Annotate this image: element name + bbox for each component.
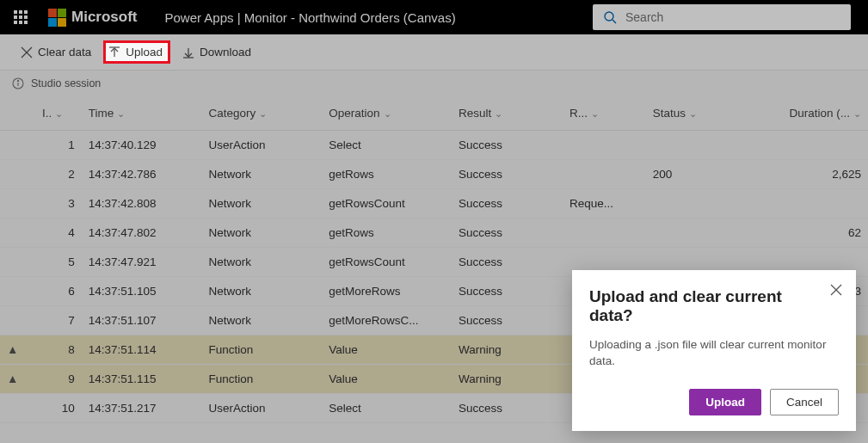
warning-icon (0, 394, 35, 423)
cell-id: 2 (35, 160, 82, 189)
col-result[interactable]: Result⌄ (452, 96, 563, 131)
table-row[interactable]: 414:37:47.802NetworkgetRowsSuccess62 (0, 218, 868, 248)
cell-result: Success (452, 160, 563, 189)
chevron-down-icon: ⌄ (384, 108, 391, 119)
cell-status: 200 (646, 160, 757, 189)
cell-id: 5 (35, 248, 82, 277)
dialog-close-button[interactable] (830, 284, 842, 299)
svg-point-10 (17, 80, 18, 81)
brand-text: Microsoft (71, 9, 138, 26)
download-label: Download (200, 46, 251, 58)
cell-id: 3 (35, 189, 82, 218)
svg-point-0 (605, 12, 613, 21)
table-row[interactable]: 114:37:40.129UserActionSelectSuccess (0, 131, 868, 160)
page-title: Power Apps | Monitor - Northwind Orders … (165, 10, 456, 25)
dialog-title: Upload and clear current data? (589, 287, 839, 325)
microsoft-logo: Microsoft (48, 9, 138, 27)
cell-status (646, 131, 757, 160)
cell-operation: Select (322, 394, 452, 423)
cell-category: Network (201, 189, 322, 218)
cell-time: 14:37:51.217 (82, 394, 202, 423)
col-duration[interactable]: Duration (...⌄ (757, 96, 868, 131)
col-id[interactable]: I..⌄ (35, 96, 82, 131)
table-header: I..⌄ Time⌄ Category⌄ Operation⌄ Result⌄ … (0, 96, 868, 131)
cell-category: Function (201, 335, 322, 365)
warning-icon (0, 160, 35, 189)
warning-icon: ▲ (0, 365, 35, 394)
cell-operation: Value (322, 365, 452, 394)
cell-time: 14:37:42.808 (82, 189, 202, 218)
upload-button[interactable]: Upload (103, 40, 170, 64)
warning-icon (0, 131, 35, 160)
chevron-down-icon: ⌄ (55, 108, 63, 119)
dialog-cancel-button[interactable]: Cancel (770, 389, 839, 415)
cell-operation: Select (322, 131, 452, 160)
cell-r: Reque... (563, 189, 646, 218)
cell-result: Success (452, 189, 563, 218)
col-r[interactable]: R...⌄ (563, 96, 646, 131)
cell-time: 14:37:51.114 (82, 335, 202, 365)
cell-r (563, 218, 646, 248)
chevron-down-icon: ⌄ (853, 108, 861, 119)
chevron-down-icon: ⌄ (495, 108, 502, 119)
download-icon (182, 46, 194, 58)
cell-category: UserAction (201, 131, 322, 160)
close-icon (21, 46, 33, 58)
cell-result: Success (452, 306, 563, 335)
cell-category: Function (201, 365, 322, 394)
cell-duration (757, 189, 868, 218)
search-input[interactable] (625, 10, 840, 24)
cell-duration: 2,625 (757, 160, 868, 189)
clear-data-button[interactable]: Clear data (12, 40, 100, 64)
svg-line-1 (613, 20, 616, 23)
cell-time: 14:37:51.105 (82, 277, 202, 306)
warning-icon: ▲ (0, 335, 35, 365)
col-status[interactable]: Status⌄ (646, 96, 757, 131)
cell-time: 14:37:42.786 (82, 160, 202, 189)
upload-icon (108, 46, 120, 58)
table-row[interactable]: 314:37:42.808NetworkgetRowsCountSuccessR… (0, 189, 868, 218)
cell-r (563, 160, 646, 189)
cell-category: Network (201, 277, 322, 306)
cell-time: 14:37:40.129 (82, 131, 202, 160)
cell-result: Success (452, 218, 563, 248)
cell-result: Success (452, 277, 563, 306)
cell-operation: getMoreRows (322, 277, 452, 306)
dialog-body: Uploading a .json file will clear curren… (589, 337, 839, 370)
cell-r (563, 131, 646, 160)
search-icon (603, 10, 617, 24)
col-time[interactable]: Time⌄ (82, 96, 202, 131)
cell-time: 14:37:51.107 (82, 306, 202, 335)
cell-category: Network (201, 306, 322, 335)
cell-result: Success (452, 248, 563, 277)
col-operation[interactable]: Operation⌄ (322, 96, 452, 131)
command-bar: Clear data Upload Download (0, 34, 868, 71)
chevron-down-icon: ⌄ (689, 108, 697, 119)
top-bar: Microsoft Power Apps | Monitor - Northwi… (0, 0, 868, 34)
cell-result: Success (452, 131, 563, 160)
cell-operation: getMoreRowsC... (322, 306, 452, 335)
cell-operation: getRowsCount (322, 189, 452, 218)
cell-category: Network (201, 248, 322, 277)
cell-time: 14:37:47.921 (82, 248, 202, 277)
cell-id: 7 (35, 306, 82, 335)
col-category[interactable]: Category⌄ (201, 96, 322, 131)
cell-id: 6 (35, 277, 82, 306)
warning-icon (0, 248, 35, 277)
session-label: Studio session (31, 77, 101, 89)
table-row[interactable]: 214:37:42.786NetworkgetRowsSuccess2002,6… (0, 160, 868, 189)
cell-id: 8 (35, 335, 82, 365)
session-bar: Studio session (0, 71, 868, 96)
search-box[interactable] (593, 4, 851, 30)
chevron-down-icon: ⌄ (591, 108, 599, 119)
dialog-upload-button[interactable]: Upload (689, 389, 761, 415)
upload-dialog: Upload and clear current data? Uploading… (572, 270, 856, 431)
app-launcher-icon[interactable] (7, 3, 34, 31)
download-button[interactable]: Download (174, 40, 260, 64)
cell-category: UserAction (201, 394, 322, 423)
cell-time: 14:37:51.115 (82, 365, 202, 394)
cell-duration: 62 (757, 218, 868, 248)
chevron-down-icon: ⌄ (259, 108, 267, 119)
cell-id: 4 (35, 218, 82, 248)
cell-id: 1 (35, 131, 82, 160)
